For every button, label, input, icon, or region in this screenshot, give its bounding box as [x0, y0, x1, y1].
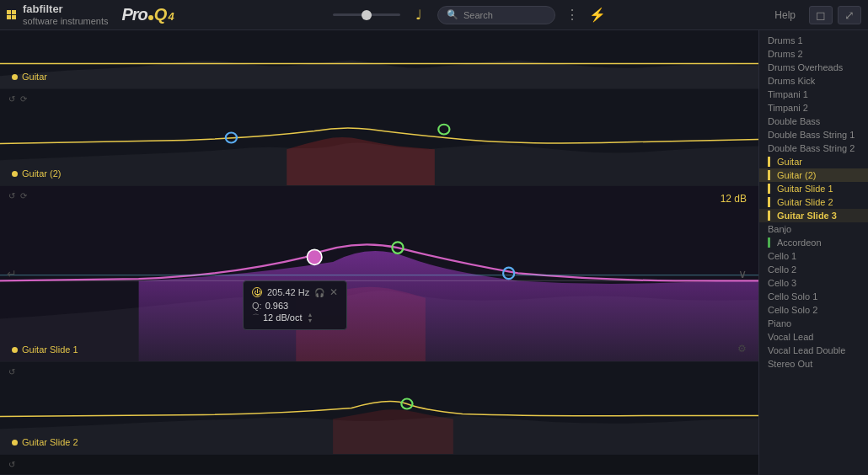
guitar-slide2-eq-svg: [0, 362, 758, 454]
sidebar: Drums 1 Drums 2 Drums Overheads Drums Ki…: [758, 30, 868, 475]
tooltip-slope-arrows[interactable]: ▲▼: [307, 312, 313, 323]
sidebar-item-guitar-slide2[interactable]: Guitar Slide 2: [759, 195, 868, 209]
guitar2-panel[interactable]: ↺ ⟳ Guitar (2): [0, 89, 758, 186]
sidebar-item-double-bass-string1[interactable]: Double Bass String 1: [759, 128, 868, 141]
guitar-slide1-eq-svg: [0, 186, 758, 361]
proq-logo: Pro Q 4: [121, 5, 174, 24]
sidebar-item-cello1[interactable]: Cello 1: [759, 249, 868, 263]
svg-point-2: [307, 249, 322, 264]
slider-thumb[interactable]: [362, 10, 372, 20]
help-button[interactable]: Help: [774, 9, 796, 21]
proq-version: 4: [168, 10, 174, 23]
logo-area: fabfilter software instruments: [7, 3, 108, 27]
guitar-slide2-accent-bar: [768, 197, 770, 207]
sidebar-item-cello2[interactable]: Cello 2: [759, 263, 868, 276]
tooltip-q-row: Q: 0.963: [252, 301, 338, 311]
sidebar-item-guitar[interactable]: Guitar: [759, 155, 868, 168]
slider-track[interactable]: [333, 13, 400, 16]
more-options-icon[interactable]: ⋮: [562, 7, 582, 23]
proq-q-text: Q: [154, 5, 168, 24]
guitar-slide2-panel[interactable]: ↺ Guitar Slide 2: [0, 362, 758, 455]
guitar-slide2-label: Guitar Slide 2: [12, 437, 78, 447]
sidebar-item-cello-solo2[interactable]: Cello Solo 2: [759, 303, 868, 317]
topbar: fabfilter software instruments Pro Q 4 ♩…: [0, 0, 868, 30]
window-mode-button[interactable]: ◻: [809, 6, 833, 24]
undo-icon[interactable]: ↵: [7, 267, 17, 280]
accordeon-accent-bar: [768, 238, 770, 248]
sidebar-item-stereo-out[interactable]: Stereo Out: [759, 357, 868, 371]
reset-icon[interactable]: ⟳: [20, 94, 27, 104]
lightning-icon[interactable]: ⚡: [589, 7, 606, 23]
piano-icon[interactable]: ♩: [407, 5, 431, 25]
search-icon: 🔍: [447, 9, 458, 20]
sidebar-item-cello3[interactable]: Cello 3: [759, 276, 868, 290]
tooltip-power-button[interactable]: ⏻: [252, 287, 262, 297]
loop-icon3[interactable]: ↺: [8, 367, 15, 376]
sidebar-item-drums-overheads[interactable]: Drums Overheads: [759, 61, 868, 74]
guitar2-panel-icons: ↺ ⟳: [8, 94, 27, 104]
proq-dot: [148, 15, 153, 20]
search-label: Search: [463, 10, 493, 20]
sidebar-item-cello-solo1[interactable]: Cello Solo 1: [759, 290, 868, 303]
svg-point-1: [438, 125, 449, 135]
guitar-slide1-accent-bar: [768, 184, 770, 194]
sidebar-item-vocal-lead-double[interactable]: Vocal Lead Double: [759, 344, 868, 357]
guitar-label: Guitar: [12, 72, 47, 82]
sidebar-item-accordeon[interactable]: Accordeon: [759, 236, 868, 249]
reset-icon2[interactable]: ⟳: [20, 191, 27, 200]
loop-icon2[interactable]: ↺: [8, 191, 15, 200]
loop-icon[interactable]: ↺: [8, 94, 15, 104]
guitar2-label: Guitar (2): [12, 168, 61, 179]
guitar-slide3-accent-bar: [768, 211, 770, 221]
sidebar-item-timpani2[interactable]: Timpani 2: [759, 101, 868, 115]
eq-tooltip: ⏻ 205.42 Hz 🎧 ✕ Q: 0.963 ⌒ 12 dB/oct ▲▼: [243, 280, 347, 330]
sidebar-item-banjo[interactable]: Banjo: [759, 222, 868, 236]
sidebar-item-drums1[interactable]: Drums 1: [759, 34, 868, 47]
guitar-slide1-panel[interactable]: ↺ ⟳ 12 dB ∨ ⚙ ↵: [0, 186, 758, 362]
loop-icon4[interactable]: ↺: [8, 460, 15, 469]
main-area: Guitar ↺ ⟳ Guitar (: [0, 30, 868, 475]
guitar-slide1-dot: [12, 347, 18, 353]
sidebar-item-drums-kick[interactable]: Drums Kick: [759, 74, 868, 88]
settings-icon[interactable]: ⚙: [737, 343, 747, 355]
window-expand-button[interactable]: ⤢: [838, 6, 861, 24]
guitar-slide1-label: Guitar Slide 1: [12, 344, 78, 355]
guitar-dot: [12, 74, 18, 80]
eq-panels: Guitar ↺ ⟳ Guitar (: [0, 30, 758, 475]
guitar-slide3-mini-icons: ↺: [8, 460, 15, 469]
sidebar-item-double-bass-string2[interactable]: Double Bass String 2: [759, 141, 868, 155]
sidebar-item-guitar2[interactable]: Guitar (2): [759, 168, 868, 182]
tooltip-headphones-icon[interactable]: 🎧: [314, 288, 324, 297]
guitar-slide2-dot: [12, 440, 18, 446]
guitar-panel[interactable]: Guitar: [0, 30, 758, 89]
collapse-button[interactable]: ∨: [738, 267, 747, 280]
tooltip-close-button[interactable]: ✕: [330, 286, 338, 298]
logo-grid: [7, 10, 16, 19]
guitar-accent-bar: [768, 157, 770, 167]
sidebar-item-double-bass[interactable]: Double Bass: [759, 115, 868, 128]
proq-pro-text: Pro: [121, 5, 147, 24]
guitar-slide3-mini-panel[interactable]: ↺: [0, 455, 758, 475]
guitar2-dot: [12, 171, 18, 177]
sidebar-item-guitar-slide3[interactable]: Guitar Slide 3: [759, 209, 868, 222]
guitar-slide1-panel-icons: ↺ ⟳: [8, 191, 27, 200]
sidebar-item-guitar-slide1[interactable]: Guitar Slide 1: [759, 182, 868, 195]
db-label: 12 dB: [721, 193, 747, 205]
tooltip-header: ⏻ 205.42 Hz 🎧 ✕: [252, 286, 338, 298]
search-box[interactable]: 🔍 Search: [437, 6, 555, 24]
sidebar-item-timpani1[interactable]: Timpani 1: [759, 88, 868, 101]
tooltip-freq: 205.42 Hz: [267, 287, 309, 297]
tooltip-slope-row: ⌒ 12 dB/oct ▲▼: [252, 312, 338, 323]
sidebar-item-vocal-lead[interactable]: Vocal Lead: [759, 330, 868, 344]
sidebar-item-piano[interactable]: Piano: [759, 317, 868, 330]
tooltip-slope-value: 12 dB/oct: [263, 312, 302, 323]
sidebar-item-drums2[interactable]: Drums 2: [759, 47, 868, 61]
guitar2-eq-svg: [0, 89, 758, 185]
window-buttons: ◻ ⤢: [809, 6, 861, 24]
guitar-slide2-panel-icons: ↺: [8, 367, 15, 376]
tooltip-q-value: 0.963: [265, 301, 289, 311]
guitar2-accent-bar: [768, 170, 770, 180]
preset-slider[interactable]: [333, 13, 400, 16]
logo-text: fabfilter software instruments: [23, 3, 108, 27]
guitar-spectrum-svg: [0, 30, 758, 88]
